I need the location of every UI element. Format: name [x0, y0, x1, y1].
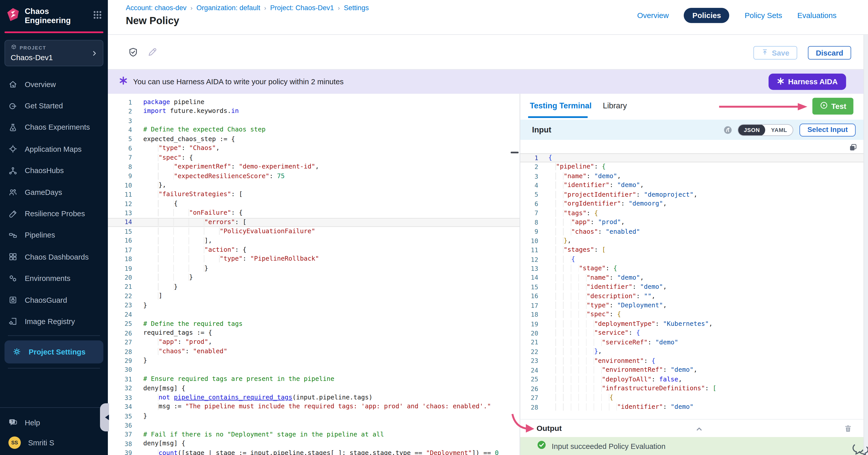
sidebar-item-environments[interactable]: Environments	[0, 268, 108, 289]
breadcrumb-item[interactable]: Project: Chaos-Dev1	[270, 4, 334, 12]
breadcrumb-item[interactable]: Settings	[344, 4, 369, 12]
code-line[interactable]: 25 "deployToAll": false,	[520, 375, 864, 384]
edit-pencil-icon[interactable]	[147, 47, 157, 57]
code-line[interactable]: 26 "infrastructureDefinitions": [	[520, 384, 864, 393]
code-line[interactable]: 23}	[108, 301, 520, 310]
support-chat-icon[interactable]	[852, 442, 868, 455]
code-line[interactable]: 13 "onFailure": {	[108, 208, 520, 218]
code-line[interactable]: 20 }	[108, 273, 520, 282]
tab-evaluations[interactable]: Evaluations	[798, 11, 837, 20]
toggle-yaml[interactable]: YAML	[766, 124, 793, 135]
shield-check-icon[interactable]	[128, 47, 138, 57]
code-line[interactable]: 27 {	[520, 393, 864, 402]
code-line[interactable]: 13 "stage": {	[520, 264, 864, 273]
code-line[interactable]: 6 "type": "Chaos",	[108, 144, 520, 153]
copy-icon[interactable]	[849, 143, 857, 152]
discard-button[interactable]: Discard	[808, 46, 851, 60]
harness-aida-button[interactable]: Harness AIDA	[769, 74, 846, 90]
code-line[interactable]: 10 },	[520, 236, 864, 246]
code-line[interactable]: 9 "chaos": "enabled"	[520, 227, 864, 236]
save-button[interactable]: Save	[753, 46, 797, 60]
code-line[interactable]: 4# Define the expected Chaos step	[108, 125, 520, 134]
input-json-editor[interactable]: 1{2 "pipeline": {3 "name": "demo",4 "ide…	[520, 140, 864, 419]
code-line[interactable]: 5expected_chaos_step := {	[108, 135, 520, 144]
tab-testing-terminal[interactable]: Testing Terminal	[530, 101, 591, 110]
tab-policy-sets[interactable]: Policy Sets	[745, 11, 782, 20]
code-line[interactable]: 24	[108, 310, 520, 319]
sidebar-item-chaos-experiments[interactable]: Chaos Experiments	[0, 117, 108, 138]
code-line[interactable]: 1package pipeline	[108, 98, 520, 107]
code-line[interactable]: 28 "identifier": "demo"	[520, 403, 864, 412]
code-line[interactable]: 33 not pipeline_contains_required_tags(i…	[108, 393, 520, 402]
code-line[interactable]: 8 "app": "prod",	[520, 218, 864, 227]
code-line[interactable]: 6 "orgIdentifier": "demoorg",	[520, 199, 864, 208]
code-line[interactable]: 16 ],	[108, 236, 520, 246]
trash-icon[interactable]	[844, 424, 852, 432]
tab-policies[interactable]: Policies	[684, 8, 730, 23]
project-selector[interactable]: PROJECT Chaos-Dev1	[5, 40, 103, 66]
code-line[interactable]: 30	[108, 365, 520, 375]
code-line[interactable]: 14 "name": "demo",	[520, 273, 864, 283]
split-drag-handle[interactable]	[510, 152, 519, 154]
code-line[interactable]: 21 }	[108, 283, 520, 292]
sidebar-item-gamedays[interactable]: GameDays	[0, 182, 108, 203]
toggle-json[interactable]: JSON	[738, 124, 766, 135]
code-line[interactable]: 36	[108, 421, 520, 430]
code-line[interactable]: 15 "identifier": "demo",	[520, 283, 864, 292]
code-line[interactable]: 39 count([stage | stage := input.pipelin…	[108, 449, 520, 455]
sidebar-collapse-button[interactable]	[100, 403, 109, 431]
sidebar-item-chaosguard[interactable]: ChaosGuard	[0, 289, 108, 311]
code-line[interactable]: 24 "environmentRef": "demo",	[520, 366, 864, 375]
tab-library[interactable]: Library	[603, 101, 627, 110]
code-line[interactable]: 17 "action": {	[108, 246, 520, 255]
opa-rego-icon[interactable]	[723, 126, 732, 134]
code-line[interactable]: 19 "deploymentType": "Kubernetes",	[520, 320, 864, 329]
breadcrumb-item[interactable]: Organization: default	[196, 4, 260, 12]
code-line[interactable]: 22 ]	[108, 292, 520, 301]
code-line[interactable]: 28 "chaos": "enabled"	[108, 347, 520, 356]
select-input-button[interactable]: Select Input	[800, 123, 856, 136]
code-line[interactable]: 31# Ensure required tags are present in …	[108, 375, 520, 384]
code-line[interactable]: 1{	[520, 153, 864, 162]
sidebar-item-resilience-probes[interactable]: Resilience Probes	[0, 203, 108, 225]
code-line[interactable]: 7 "tags": {	[520, 209, 864, 218]
sidebar-item-chaoshubs[interactable]: ChaosHubs	[0, 160, 108, 182]
code-line[interactable]: 32deny[msg] {	[108, 384, 520, 393]
code-line[interactable]: 18 "spec": {	[520, 311, 864, 320]
module-grid-icon[interactable]	[93, 10, 102, 22]
code-line[interactable]: 21 "serviceRef": "demo"	[520, 338, 864, 347]
sidebar-item-pipelines[interactable]: Pipelines	[0, 225, 108, 246]
code-line[interactable]: 5 "projectIdentifier": "demoproject",	[520, 190, 864, 199]
code-line[interactable]: 27 "app": "prod",	[108, 338, 520, 347]
code-line[interactable]: 35}	[108, 412, 520, 421]
code-line[interactable]: 2import future.keywords.in	[108, 107, 520, 116]
format-toggle[interactable]: JSON YAML	[738, 124, 794, 135]
sidebar-item-chaos-dashboards[interactable]: Chaos Dashboards	[0, 246, 108, 268]
code-line[interactable]: 3 "name": "demo",	[520, 172, 864, 181]
tab-overview[interactable]: Overview	[637, 11, 669, 20]
code-line[interactable]: 11 "stages": [	[520, 246, 864, 255]
code-line[interactable]: 38deny[msg] {	[108, 439, 520, 448]
code-line[interactable]: 17 "type": "Deployment",	[520, 301, 864, 310]
code-line[interactable]: 11 "failureStrategies": [	[108, 190, 520, 199]
code-line[interactable]: 14 "errors": [	[108, 218, 520, 227]
code-line[interactable]: 15 "PolicyEvaluationFailure"	[108, 227, 520, 236]
code-line[interactable]: 20 "service": {	[520, 329, 864, 338]
code-line[interactable]: 4 "identifier": "demo",	[520, 181, 864, 190]
code-line[interactable]: 16 "description": "",	[520, 292, 864, 301]
code-line[interactable]: 18 "type": "PipelineRollback"	[108, 255, 520, 264]
code-line[interactable]: 3	[108, 116, 520, 125]
code-line[interactable]: 37# Fail if there is no "Deployment" sta…	[108, 430, 520, 439]
code-line[interactable]: 22 },	[520, 347, 864, 356]
help-button[interactable]: ? Help	[0, 412, 108, 433]
sidebar-item-overview[interactable]: Overview	[0, 74, 108, 95]
test-button[interactable]: Test	[812, 98, 854, 115]
code-line[interactable]: 34 msg := "The pipeline must include the…	[108, 402, 520, 412]
sidebar-item-get-started[interactable]: Get Started	[0, 95, 108, 117]
code-line[interactable]: 19 }	[108, 264, 520, 273]
code-line[interactable]: 8 "experimentRef": "demo-experiment-id",	[108, 162, 520, 171]
policy-code-editor[interactable]: 1package pipeline2import future.keywords…	[108, 94, 520, 455]
code-line[interactable]: 12 {	[108, 199, 520, 208]
code-line[interactable]: 29}	[108, 356, 520, 365]
code-line[interactable]: 7 "spec": {	[108, 153, 520, 162]
